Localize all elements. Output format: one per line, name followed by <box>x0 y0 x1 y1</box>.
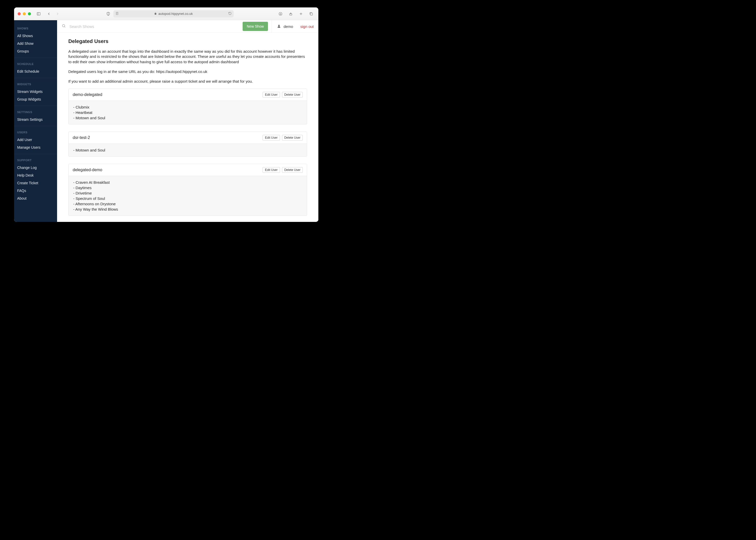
maximize-window[interactable] <box>28 12 31 15</box>
new-show-button[interactable]: New Show <box>243 22 268 31</box>
minimize-window[interactable] <box>23 12 26 15</box>
reload-icon[interactable] <box>228 12 232 16</box>
delegated-user-card: dsr-test-2Edit UserDelete User- Motown a… <box>68 132 307 157</box>
topbar: New Show demo sign out <box>57 20 318 33</box>
delete-user-button[interactable]: Delete User <box>282 92 303 97</box>
show-line: - Heartbeat <box>73 110 302 115</box>
username[interactable]: demo <box>284 24 293 29</box>
edit-user-button[interactable]: Edit User <box>263 92 280 97</box>
sidebar: SHOWSAll ShowsAdd ShowGroupsSCHEDULEEdit… <box>14 20 57 222</box>
sidebar-item[interactable]: Edit Schedule <box>14 68 57 75</box>
new-tab-icon[interactable] <box>298 11 305 17</box>
downloads-icon[interactable] <box>277 11 284 17</box>
intro-paragraph-2: Delegated users log in at the same URL a… <box>68 69 307 74</box>
edit-user-button[interactable]: Edit User <box>263 167 280 173</box>
delegated-user-name: dsr-test-2 <box>73 135 90 140</box>
show-line: - Spectrum of Soul <box>73 196 302 201</box>
sidebar-item[interactable]: Add User <box>14 136 57 144</box>
delegated-user-card: delegated-demoEdit UserDelete User- Crav… <box>68 164 307 216</box>
close-window[interactable] <box>18 12 21 15</box>
back-button[interactable] <box>45 11 53 17</box>
sidebar-item[interactable]: About <box>14 195 57 202</box>
sidebar-section-label: WIDGETS <box>14 78 57 88</box>
svg-rect-6 <box>155 13 156 15</box>
tabs-overview-icon[interactable] <box>308 11 315 17</box>
privacy-shield-icon[interactable] <box>105 11 112 17</box>
sign-out-link[interactable]: sign out <box>300 24 314 29</box>
window-controls <box>18 12 31 15</box>
sidebar-item[interactable]: Stream Settings <box>14 116 57 123</box>
intro-paragraph-3: If you want to add an additional admin a… <box>68 79 307 84</box>
sidebar-section-label: SHOWS <box>14 22 57 32</box>
search-input[interactable] <box>69 24 239 29</box>
lock-icon <box>154 12 157 16</box>
sidebar-item[interactable]: Create Ticket <box>14 179 57 187</box>
sidebar-item[interactable]: Manage Users <box>14 144 57 151</box>
delegated-user-shows: - Clubmix- Heartbeat- Motown and Soul <box>68 101 307 124</box>
url-text: autopod.hippynet.co.uk <box>159 12 193 16</box>
user-icon <box>277 24 281 29</box>
delegated-user-shows: - Motown and Soul <box>68 144 307 156</box>
forward-button[interactable] <box>54 11 61 17</box>
svg-point-13 <box>63 25 65 27</box>
svg-line-14 <box>64 27 65 27</box>
reader-icon[interactable] <box>115 12 119 16</box>
show-line: - Motown and Soul <box>73 115 302 121</box>
show-line: - Motown and Soul <box>73 147 302 153</box>
sidebar-section-label: USERS <box>14 126 57 136</box>
sidebar-item[interactable]: Stream Widgets <box>14 88 57 95</box>
sidebar-item[interactable]: Help Desk <box>14 172 57 179</box>
sidebar-item[interactable]: All Shows <box>14 32 57 40</box>
sidebar-item[interactable]: Change Log <box>14 164 57 172</box>
browser-window: autopod.hippynet.co.uk SHOW <box>14 7 318 222</box>
url-bar[interactable]: autopod.hippynet.co.uk <box>113 10 234 17</box>
delete-user-button[interactable]: Delete User <box>282 135 303 141</box>
content: Delegated Users A delegated user is an a… <box>57 33 318 222</box>
sidebar-section-label: SCHEDULE <box>14 58 57 68</box>
delete-user-button[interactable]: Delete User <box>282 167 303 173</box>
titlebar: autopod.hippynet.co.uk <box>14 7 318 20</box>
sidebar-item[interactable]: Add Show <box>14 40 57 47</box>
sidebar-toggle-icon[interactable] <box>35 11 42 17</box>
show-line: - Drivetime <box>73 191 302 196</box>
sidebar-item[interactable]: FAQs <box>14 187 57 195</box>
delegated-user-name: demo-delegated <box>73 92 102 97</box>
delegated-user-name: delegated-demo <box>73 168 102 172</box>
show-line: - Clubmix <box>73 104 302 110</box>
sidebar-item[interactable]: Group Widgets <box>14 95 57 103</box>
show-line: - Daytimes <box>73 185 302 191</box>
sidebar-section-label: SUPPORT <box>14 154 57 164</box>
svg-point-15 <box>278 25 280 26</box>
share-icon[interactable] <box>287 11 294 17</box>
search-icon <box>62 24 66 29</box>
delegated-user-shows: - Craven At Breakfast- Daytimes- Driveti… <box>68 176 307 215</box>
show-line: - Afternoons on Drystone <box>73 201 302 206</box>
svg-rect-12 <box>311 13 313 15</box>
page-title: Delegated Users <box>68 38 307 44</box>
delegated-user-card: demo-delegatedEdit UserDelete User- Club… <box>68 88 307 124</box>
sidebar-section-label: SETTINGS <box>14 106 57 116</box>
show-line: - Any Way the Wind Blows <box>73 206 302 212</box>
sidebar-item[interactable]: Groups <box>14 47 57 55</box>
show-line: - Craven At Breakfast <box>73 180 302 185</box>
svg-rect-0 <box>37 12 40 15</box>
edit-user-button[interactable]: Edit User <box>263 135 280 141</box>
intro-paragraph-1: A delegated user is an account that logs… <box>68 49 307 65</box>
